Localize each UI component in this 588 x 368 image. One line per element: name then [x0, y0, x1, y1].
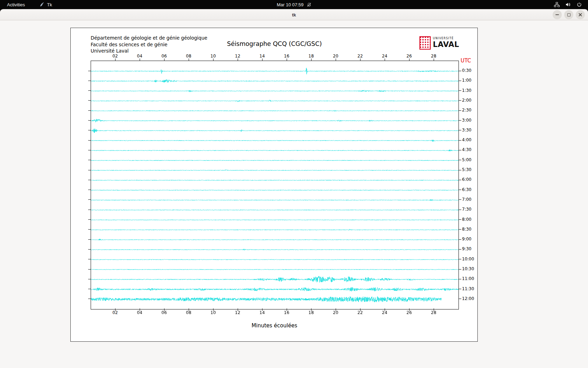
minimize-icon	[555, 14, 559, 15]
row-time-label: 5:30	[462, 167, 471, 172]
plot-area	[91, 61, 459, 309]
x-tick-label-bottom: 14	[259, 310, 265, 315]
x-tick-label-bottom: 26	[406, 310, 412, 315]
x-tick-label-top: 14	[259, 54, 265, 59]
row-tick-mark-left	[88, 289, 91, 289]
row-time-label: 9:00	[462, 237, 471, 241]
row-tick-mark-left	[88, 279, 91, 279]
row-tick-mark-right	[459, 249, 461, 250]
x-tick-label-top: 02	[112, 54, 118, 59]
row-tick-mark-left	[88, 140, 91, 141]
row-time-label: 8:00	[462, 217, 471, 222]
row-tick-mark-left	[88, 100, 91, 101]
row-tick-mark-right	[459, 199, 461, 200]
x-tick-mark	[311, 59, 312, 61]
window-titlebar[interactable]: tk	[0, 9, 588, 20]
x-tick-label-bottom: 12	[235, 310, 240, 315]
row-tick-mark-right	[459, 81, 461, 81]
row-time-label: 11:00	[462, 276, 474, 281]
row-time-label: 3:30	[462, 128, 471, 132]
activities-button[interactable]: Activities	[5, 1, 27, 8]
row-time-label: 3:00	[462, 118, 471, 123]
row-time-label: 6:30	[462, 187, 471, 192]
tk-feather-icon	[40, 2, 44, 7]
x-tick-label-top: 04	[137, 54, 142, 59]
power-icon	[577, 2, 582, 7]
x-tick-mark	[409, 308, 410, 311]
app-menu[interactable]: Tk	[40, 2, 52, 7]
x-tick-mark	[311, 308, 312, 311]
x-tick-label-bottom: 02	[112, 310, 118, 315]
row-time-label: 2:00	[462, 98, 471, 103]
x-tick-mark	[336, 308, 336, 311]
row-tick-mark-left	[88, 210, 91, 210]
row-tick-mark-right	[459, 130, 461, 130]
row-tick-mark-left	[88, 229, 91, 230]
row-tick-mark-right	[459, 229, 461, 230]
row-tick-mark-right	[459, 100, 461, 101]
x-tick-label-top: 28	[431, 54, 436, 59]
x-tick-mark	[238, 308, 238, 311]
seismograph-canvas	[91, 61, 458, 309]
x-tick-mark	[287, 308, 287, 311]
row-tick-mark-right	[459, 269, 461, 270]
x-tick-label-top: 26	[406, 54, 412, 59]
row-tick-mark-right	[459, 289, 461, 289]
x-tick-mark	[140, 308, 140, 311]
x-tick-mark	[189, 59, 189, 61]
x-tick-mark	[238, 59, 238, 61]
row-tick-mark-left	[88, 90, 91, 91]
row-tick-mark-right	[459, 160, 461, 160]
seismograph-figure: Département de géologie et de génie géol…	[70, 28, 478, 342]
system-status-area[interactable]	[554, 0, 588, 9]
maximize-icon	[567, 13, 570, 16]
x-tick-mark	[140, 59, 140, 61]
x-tick-mark	[434, 308, 434, 311]
row-time-label: 7:30	[462, 207, 471, 212]
row-time-label: 5:00	[462, 157, 471, 162]
x-tick-mark	[360, 308, 360, 311]
row-tick-mark-left	[88, 199, 91, 200]
clock-label: Mar 10 07:59	[277, 2, 304, 7]
row-time-label: 6:00	[462, 177, 471, 182]
row-tick-mark-left	[88, 130, 91, 130]
row-tick-mark-right	[459, 219, 461, 220]
x-tick-mark	[385, 308, 385, 311]
row-time-label: 10:30	[462, 266, 474, 271]
row-time-label: 0:30	[462, 68, 471, 73]
row-tick-mark-left	[88, 299, 91, 299]
x-tick-mark	[115, 308, 115, 311]
notifications-muted-icon	[307, 2, 311, 7]
x-tick-label-bottom: 08	[186, 310, 191, 315]
minimize-button[interactable]	[553, 10, 562, 19]
clock-menu[interactable]: Mar 10 07:59	[277, 2, 312, 7]
x-tick-mark	[409, 59, 410, 61]
row-time-label: 9:30	[462, 246, 471, 251]
x-tick-mark	[385, 59, 385, 61]
x-tick-label-top: 20	[333, 54, 338, 59]
x-tick-mark	[287, 59, 287, 61]
row-tick-mark-left	[88, 110, 91, 111]
x-tick-label-bottom: 20	[333, 310, 338, 315]
maximize-button[interactable]	[564, 10, 573, 19]
row-tick-mark-right	[459, 190, 461, 190]
row-time-label: 4:30	[462, 147, 471, 152]
row-time-label: 1:00	[462, 78, 471, 83]
row-tick-mark-right	[459, 150, 461, 150]
row-tick-mark-right	[459, 90, 461, 91]
x-tick-label-top: 08	[186, 54, 191, 59]
row-tick-mark-left	[88, 150, 91, 150]
x-tick-mark	[189, 308, 189, 311]
x-tick-label-bottom: 28	[431, 310, 436, 315]
close-button[interactable]	[576, 10, 585, 19]
row-tick-mark-left	[88, 239, 91, 240]
row-time-label: 10:00	[462, 257, 474, 261]
x-tick-label-bottom: 22	[357, 310, 363, 315]
logo-text-laval: LAVAL	[433, 41, 459, 48]
x-tick-label-bottom: 04	[137, 310, 142, 315]
x-tick-label-top: 10	[210, 54, 216, 59]
laval-shield-icon	[419, 36, 431, 50]
row-tick-mark-left	[88, 71, 91, 71]
row-tick-mark-right	[459, 210, 461, 210]
x-tick-label-bottom: 10	[210, 310, 216, 315]
